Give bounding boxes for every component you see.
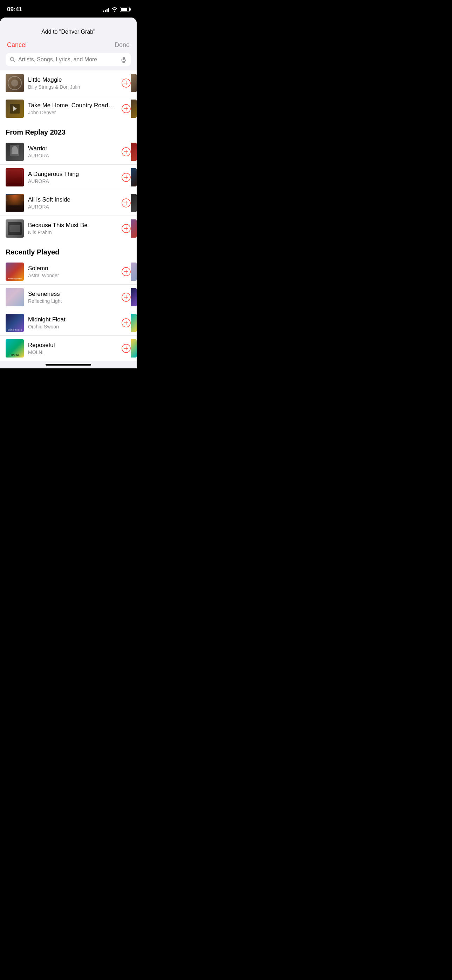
album-art: [6, 194, 24, 212]
song-title: Little Maggie: [28, 76, 117, 83]
add-circle-icon: [121, 172, 131, 182]
song-title: Solemn: [28, 265, 117, 272]
partial-art: [131, 220, 137, 238]
section-title-replay: From Replay 2023: [6, 128, 131, 136]
add-song-button[interactable]: [121, 198, 131, 208]
sheet-title: Add to "Denver Grab": [7, 23, 130, 38]
signal-icon: [103, 7, 109, 12]
add-to-playlist-sheet: Add to "Denver Grab" Cancel Done: [0, 18, 137, 368]
svg-rect-2: [123, 57, 125, 60]
add-circle-icon: [121, 267, 131, 277]
add-song-button[interactable]: [121, 292, 131, 302]
song-artist: AURORA: [28, 178, 117, 184]
song-artist: Orchid Swoon: [28, 324, 117, 329]
song-artist: MOLNI: [28, 350, 117, 355]
song-artist: John Denver: [28, 110, 117, 115]
svg-line-1: [14, 60, 16, 62]
add-song-button[interactable]: [121, 172, 131, 182]
song-artist: AURORA: [28, 204, 117, 210]
wifi-icon: [111, 7, 118, 12]
album-art: [6, 168, 24, 186]
search-input[interactable]: [18, 56, 118, 63]
list-item: Because This Must Be Nils Frahm: [0, 216, 137, 241]
add-circle-icon: [121, 147, 131, 157]
section-title-recent: Recently Played: [6, 248, 131, 256]
replay-2023-list: Warrior AURORA A Dangerous Thing AURORA: [0, 139, 137, 241]
album-art: MOLNI: [6, 339, 24, 358]
section-header-recent: Recently Played: [0, 241, 137, 259]
album-art: [6, 143, 24, 161]
partial-art: [131, 314, 137, 332]
mic-icon[interactable]: [121, 56, 127, 63]
song-artist: Astral Wonder: [28, 273, 117, 278]
home-bar: [46, 364, 91, 366]
song-title: All is Soft Inside: [28, 196, 117, 203]
add-song-button[interactable]: [121, 344, 131, 353]
sheet-actions: Cancel Done: [0, 38, 137, 53]
album-art: Astral Wonder: [6, 262, 24, 281]
song-title: Reposeful: [28, 342, 117, 349]
status-time: 09:41: [7, 6, 22, 13]
list-item: A Dangerous Thing AURORA: [0, 165, 137, 190]
status-icons: [103, 7, 130, 12]
add-song-button[interactable]: [121, 78, 131, 88]
song-title: A Dangerous Thing: [28, 171, 117, 178]
partial-art: [131, 194, 137, 212]
section-header-replay: From Replay 2023: [0, 121, 137, 139]
song-title: Take Me Home, Country Roads (Original...: [28, 102, 117, 109]
add-song-button[interactable]: [121, 147, 131, 157]
add-circle-icon: [121, 198, 131, 208]
add-circle-icon: [121, 224, 131, 234]
add-song-button[interactable]: [121, 224, 131, 234]
partial-art: [131, 168, 137, 186]
battery-icon: [120, 7, 130, 12]
song-artist: AURORA: [28, 153, 117, 158]
partial-art: [131, 100, 137, 118]
song-title: Warrior: [28, 145, 117, 152]
song-artist: Billy Strings & Don Julin: [28, 84, 117, 90]
partial-art: [131, 288, 137, 306]
list-item: Warrior AURORA: [0, 139, 137, 165]
song-artist: Nils Frahm: [28, 229, 117, 235]
song-title: Sereneness: [28, 291, 117, 298]
song-artist: Reflecting Light: [28, 298, 117, 304]
done-button[interactable]: Done: [115, 41, 130, 49]
search-bar: [6, 53, 131, 66]
album-art: Orchid Swoon: [6, 314, 24, 332]
album-art: [6, 288, 24, 306]
add-circle-icon: [121, 292, 131, 302]
add-circle-icon: [121, 318, 131, 328]
sheet-header: Add to "Denver Grab": [0, 18, 137, 38]
recently-played-list: Astral Wonder Solemn Astral Wonder Se: [0, 259, 137, 361]
cancel-button[interactable]: Cancel: [7, 41, 27, 49]
list-item: Little Maggie Billy Strings & Don Julin: [0, 70, 137, 96]
add-circle-icon: [121, 344, 131, 353]
song-title: Because This Must Be: [28, 222, 117, 229]
partial-art: [131, 262, 137, 281]
album-art: [6, 220, 24, 238]
song-title: Midnight Float: [28, 316, 117, 323]
list-item: MOLNI Reposeful MOLNI: [0, 336, 137, 361]
home-indicator: [0, 361, 137, 368]
list-item: Take Me Home, Country Roads (Original...…: [0, 96, 137, 121]
search-icon: [10, 57, 16, 62]
partial-art: [131, 74, 137, 92]
add-circle-icon: [121, 78, 131, 88]
add-song-button[interactable]: [121, 267, 131, 277]
album-art: [6, 100, 24, 118]
status-bar: 09:41: [0, 0, 137, 18]
add-song-button[interactable]: [121, 104, 131, 114]
list-item: Orchid Swoon Midnight Float Orchid Swoon: [0, 310, 137, 336]
top-songs-list: Little Maggie Billy Strings & Don Julin: [0, 70, 137, 121]
list-item: Astral Wonder Solemn Astral Wonder: [0, 259, 137, 285]
list-item: Sereneness Reflecting Light: [0, 285, 137, 310]
partial-art: [131, 339, 137, 358]
add-song-button[interactable]: [121, 318, 131, 328]
album-art: [6, 74, 24, 92]
partial-art: [131, 143, 137, 161]
add-circle-icon: [121, 104, 131, 114]
list-item: All is Soft Inside AURORA: [0, 190, 137, 216]
